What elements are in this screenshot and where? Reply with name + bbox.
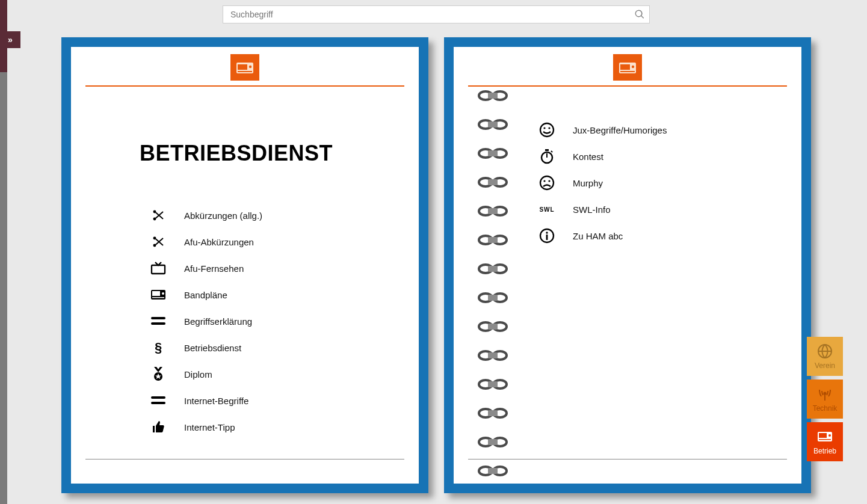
item-label: Bandpläne (184, 290, 227, 300)
nav-item-begriffserklaerung[interactable]: Begriffserklärung (146, 308, 404, 334)
nav-item-internet-tipp[interactable]: Internet-Tipp (146, 414, 404, 440)
nav-item-afu-abkuerzungen[interactable]: Afu-Abkürzungen (146, 229, 404, 255)
info-icon (534, 228, 560, 244)
svg-point-13 (162, 292, 164, 295)
svg-rect-15 (151, 317, 165, 319)
tab-technik[interactable]: Technik (807, 380, 843, 419)
svg-rect-24 (620, 71, 635, 72)
svg-point-23 (632, 66, 634, 68)
svg-rect-86 (819, 439, 831, 440)
svg-point-25 (540, 123, 554, 137)
sad-icon (534, 175, 560, 191)
svg-point-2 (249, 66, 251, 68)
svg-rect-16 (151, 322, 165, 325)
svg-rect-3 (238, 71, 252, 72)
swl-text-icon: SWL (534, 206, 560, 213)
svg-rect-28 (545, 149, 549, 151)
item-label: Zu HAM abc (573, 231, 623, 241)
nav-item-afu-fernsehen[interactable]: Afu-Fernsehen (146, 255, 404, 281)
lines-icon (146, 316, 171, 327)
svg-rect-1 (238, 64, 247, 70)
svg-point-6 (158, 215, 159, 216)
svg-rect-12 (152, 291, 160, 296)
item-label: SWL-Info (573, 204, 611, 215)
globe-icon (817, 343, 833, 359)
thumbs-up-icon (146, 420, 171, 434)
header-radio-icon (230, 54, 259, 81)
right-tabs: Verein Technik Betrieb (807, 337, 843, 465)
smile-icon (534, 122, 560, 138)
tab-verein[interactable]: Verein (807, 337, 843, 376)
nav-item-diplom[interactable]: Diplom (146, 361, 404, 387)
svg-rect-30 (546, 153, 548, 158)
nav-item-murphy[interactable]: Murphy (534, 170, 787, 196)
notebook-container: BETRIEBSDIENST Abkürzungen (allg.) Afu-A… (58, 37, 815, 493)
expand-sidebar-button[interactable]: » (0, 31, 20, 48)
tab-label: Verein (815, 361, 835, 370)
nav-item-zu-ham-abc[interactable]: Zu HAM abc (534, 223, 787, 249)
page-right: Jux-Begriffe/Humoriges Kontest Murphy SW… (444, 37, 811, 493)
tv-icon (146, 261, 171, 275)
page-left: BETRIEBSDIENST Abkürzungen (allg.) Afu-A… (61, 37, 428, 493)
item-label: Kontest (573, 152, 603, 162)
svg-point-32 (540, 176, 554, 189)
item-label: Jux-Begriffe/Humoriges (573, 125, 667, 135)
page-title: BETRIEBSDIENST (140, 141, 404, 166)
svg-point-36 (546, 232, 548, 233)
svg-point-26 (543, 127, 545, 129)
svg-rect-37 (546, 235, 548, 240)
nav-item-abkuerzungen-allg[interactable]: Abkürzungen (allg.) (146, 202, 404, 229)
svg-point-33 (543, 180, 545, 182)
left-sidebar-edge (0, 0, 7, 504)
svg-point-9 (158, 241, 159, 242)
nav-item-internet-begriffe[interactable]: Internet-Begriffe (146, 387, 404, 414)
svg-rect-31 (551, 150, 553, 152)
item-label: Afu-Fernsehen (184, 263, 244, 274)
tab-betrieb[interactable]: Betrieb (807, 422, 843, 461)
svg-rect-20 (151, 402, 165, 404)
medal-icon (146, 366, 171, 382)
section-icon: § (146, 340, 171, 355)
nav-item-betriebsdienst[interactable]: § Betriebsdienst (146, 334, 404, 361)
nav-item-kontest[interactable]: Kontest (534, 143, 787, 170)
antenna-icon (817, 386, 833, 402)
search-input[interactable] (223, 5, 650, 23)
nav-item-bandplaene[interactable]: Bandpläne (146, 281, 404, 308)
svg-rect-10 (152, 265, 165, 274)
svg-rect-19 (151, 396, 165, 399)
item-label: Betriebsdienst (184, 343, 241, 353)
svg-point-85 (828, 434, 831, 437)
scissors-icon (146, 235, 171, 249)
item-label: Internet-Tipp (184, 422, 235, 432)
svg-rect-14 (152, 297, 164, 298)
search-bar (223, 5, 650, 23)
item-label: Murphy (573, 178, 603, 188)
tab-label: Betrieb (813, 447, 836, 455)
svg-point-34 (548, 180, 550, 182)
nav-item-jux-begriffe[interactable]: Jux-Begriffe/Humoriges (534, 117, 787, 143)
item-label: Abkürzungen (allg.) (184, 211, 262, 221)
scissors-icon (146, 208, 171, 223)
item-label: Internet-Begriffe (184, 396, 248, 406)
tab-label: Technik (813, 404, 838, 413)
item-label: Diplom (184, 369, 212, 380)
svg-rect-22 (620, 64, 630, 70)
item-label: Begriffserklärung (184, 316, 252, 327)
radio-icon (817, 429, 833, 444)
radio-icon (146, 289, 171, 301)
item-label: Afu-Abkürzungen (184, 237, 254, 247)
nav-item-swl-info[interactable]: SWL SWL-Info (534, 196, 787, 223)
svg-point-27 (548, 127, 550, 129)
header-radio-icon (613, 54, 642, 81)
svg-rect-84 (819, 433, 827, 438)
stopwatch-icon (534, 149, 560, 164)
lines-icon (146, 395, 171, 406)
